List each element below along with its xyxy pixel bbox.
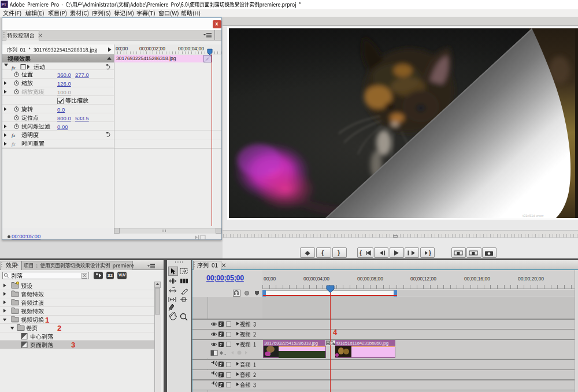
svg-text:t01e51d www: t01e51d www xyxy=(523,214,544,217)
